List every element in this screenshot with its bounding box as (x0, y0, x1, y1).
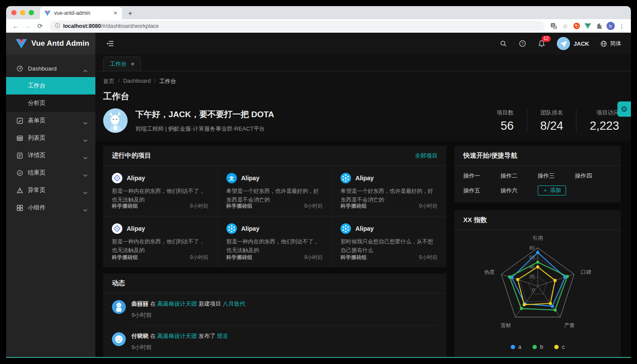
menu-fold-icon[interactable] (106, 39, 115, 48)
vue-devtools-icon[interactable] (583, 21, 593, 31)
svg-text:引用: 引用 (533, 235, 543, 241)
page-tab-workplace[interactable]: 工作台 ✕ (103, 57, 141, 71)
browser-tab-title: vue-antd-admin (54, 10, 110, 16)
translate-icon[interactable]: 文A (549, 21, 559, 31)
activity-time: 9小时前 (131, 311, 438, 319)
extensions-puzzle-icon[interactable] (594, 21, 604, 31)
all-projects-link[interactable]: 全部项目 (415, 152, 438, 160)
stat-label: 项目访问 (590, 109, 619, 117)
sidebar-item-6[interactable]: 小组件 (6, 199, 95, 216)
user-menu[interactable]: JACK (557, 37, 589, 50)
check-circle-icon (17, 170, 23, 176)
project-card-4[interactable]: Alipay那是一种内在的东西，他们到达不了，也无法触及的科学搬砖组9小时前 (218, 216, 332, 267)
browser-menu-icon[interactable]: ⋮ (617, 21, 627, 31)
quicknav-link-2[interactable]: 操作三 (538, 172, 575, 180)
antd-logo-icon (112, 223, 122, 234)
tab-close-icon[interactable]: ✕ (113, 10, 118, 16)
page-tab-close-icon[interactable]: ✕ (131, 61, 135, 67)
project-group-link[interactable]: 科学搬砖组 (340, 202, 367, 210)
quicknav-link-1[interactable]: 操作二 (501, 172, 538, 180)
legend-item-c[interactable]: c (554, 344, 565, 350)
forward-icon[interactable]: → (23, 21, 33, 31)
help-icon[interactable]: ? (519, 40, 526, 47)
browser-tabstrip: vue-antd-admin ✕ + (6, 6, 631, 19)
sidebar-subitem-工作台[interactable]: 工作台 (6, 77, 95, 94)
activity-target-link[interactable]: 高逼格设计天团 (157, 300, 197, 307)
sidebar-item-0[interactable]: Dashboard (6, 60, 95, 77)
project-name[interactable]: Alipay (355, 175, 374, 182)
browser-profile-avatar[interactable]: h (606, 21, 615, 31)
project-group-link[interactable]: 科学搬砖组 (226, 254, 253, 261)
back-icon[interactable]: ← (10, 21, 21, 31)
quicknav-add-button[interactable]: ＋添加 (538, 185, 566, 195)
project-group-link[interactable]: 科学搬砖组 (112, 254, 138, 261)
search-icon[interactable] (499, 40, 507, 47)
bookmark-star-icon[interactable]: ☆ (560, 21, 570, 31)
activity-object-link[interactable]: 八月迭代 (223, 300, 246, 307)
activity-word: 在 (150, 333, 156, 339)
sidebar-item-1[interactable]: 表单页 (6, 112, 95, 129)
projects-grid: Alipay那是一种内在的东西，他们到达不了，也无法触及的科学搬砖组9小时前支A… (103, 166, 446, 267)
page-tab-label: 工作台 (110, 60, 127, 68)
antd-logo-icon (112, 173, 122, 183)
activity-object-link[interactable]: 留言 (217, 333, 229, 339)
url-text[interactable]: localhost:8080/#/dashboard/workplace (63, 23, 159, 29)
project-card-1[interactable]: 支Alipay希望是一个好东西，也许是最好的，好东西是不会消亡的科学搬砖组9小时… (218, 166, 332, 216)
notification-bell-icon[interactable]: 12 (538, 40, 546, 47)
app-logo[interactable]: Vue Antd Admin (6, 33, 95, 54)
project-description: 希望是一个好东西，也许是最好的，好东西是不会消亡的 (340, 187, 438, 202)
activity-user[interactable]: 曲丽丽 (131, 300, 148, 307)
sidebar-item-5[interactable]: 异常页 (6, 182, 95, 199)
project-card-3[interactable]: Alipay那是一种内在的东西，他们到达不了，也无法触及的科学搬砖组9小时前 (103, 216, 218, 267)
quicknav-link-4[interactable]: 操作五 (463, 187, 501, 195)
breadcrumb-dashboard[interactable]: Dashboard (123, 78, 151, 85)
project-card-0[interactable]: Alipay那是一种内在的东西，他们到达不了，也无法触及的科学搬砖组9小时前 (103, 166, 218, 216)
new-tab-button[interactable]: + (125, 8, 136, 19)
extension-orange-icon[interactable] (572, 21, 581, 31)
project-group-link[interactable]: 科学搬砖组 (340, 254, 367, 261)
close-window-button[interactable] (11, 10, 17, 15)
project-name[interactable]: Alipay (127, 225, 145, 232)
settings-trigger-button[interactable]: ⚙ (617, 101, 631, 117)
quicknav-link-0[interactable]: 操作一 (463, 172, 501, 180)
project-name[interactable]: Alipay (241, 175, 260, 182)
maximize-window-button[interactable] (29, 10, 34, 15)
legend-item-a[interactable]: a (511, 344, 521, 350)
project-card-5[interactable]: Alipay那时候我只会想自己想要什么，从不想自己拥有什么科学搬砖组9小时前 (332, 216, 446, 267)
sidebar-item-label: 小组件 (28, 204, 46, 212)
sidebar-item-4[interactable]: 结果页 (6, 164, 95, 182)
browser-tab[interactable]: vue-antd-admin ✕ (40, 7, 122, 19)
activity-user[interactable]: 付晓晓 (131, 333, 148, 339)
profile-icon (17, 152, 23, 159)
atom-logo-icon (340, 223, 351, 234)
project-card-2[interactable]: Alipay希望是一个好东西，也许是最好的，好东西是不会消亡的科学搬砖组9小时前 (332, 166, 446, 216)
breadcrumb-home[interactable]: 首页 (103, 78, 115, 85)
legend-item-b[interactable]: b (533, 344, 543, 350)
plus-icon: ＋ (543, 187, 548, 194)
table-icon (17, 135, 23, 142)
project-group-link[interactable]: 科学搬砖组 (112, 202, 138, 210)
quicknav-link-5[interactable]: 操作六 (501, 187, 538, 195)
vue-logo-icon (44, 10, 51, 16)
activity-target-link[interactable]: 高逼格设计天团 (157, 333, 197, 339)
sidebar-subitem-分析页[interactable]: 分析页 (6, 94, 95, 112)
project-name[interactable]: Alipay (355, 225, 374, 232)
activity-word: 新建项目 (199, 300, 221, 307)
projects-card: 进行中的项目 全部项目 Alipay那是一种内在的东西，他们到达不了，也无法触及… (103, 146, 446, 267)
language-switcher[interactable]: 简体 (600, 40, 621, 47)
sidebar-item-2[interactable]: 列表页 (6, 129, 95, 147)
project-name[interactable]: Alipay (241, 225, 260, 232)
minimize-window-button[interactable] (20, 10, 25, 15)
quicknav-link-3[interactable]: 操作四 (575, 172, 613, 180)
reload-icon[interactable]: ⟳ (35, 21, 45, 31)
quicknav-card: 快速开始/便捷导航 操作一操作二操作三操作四操作五操作六＋添加 (455, 146, 621, 202)
chevron-down-icon (83, 137, 88, 139)
project-group-link[interactable]: 科学搬砖组 (226, 202, 253, 210)
stat-value: 2,223 (590, 119, 619, 133)
chevron-down-icon (83, 172, 88, 174)
sidebar-item-3[interactable]: 详情页 (6, 147, 95, 164)
address-bar[interactable]: ⓘ localhost:8080/#/dashboard/workplace (50, 21, 545, 31)
project-name[interactable]: Alipay (127, 175, 145, 182)
page-info-icon[interactable]: ⓘ (55, 22, 60, 30)
radar-legend: abc (511, 344, 565, 350)
